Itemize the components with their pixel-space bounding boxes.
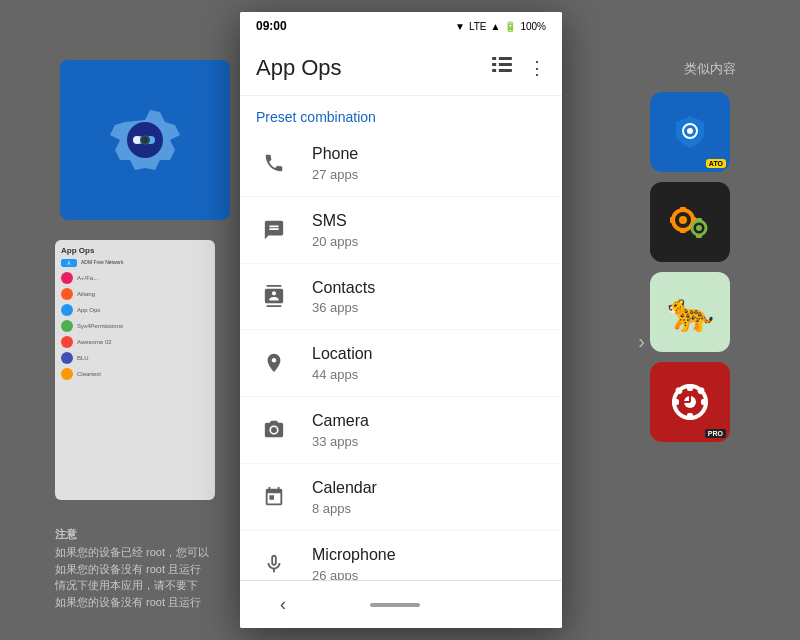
microphone-sub: 26 apps — [312, 568, 396, 580]
app-title: App Ops — [256, 55, 342, 81]
app-listing-thumbnail: App Ops A ADM Free Network A+/Fa... Aili… — [55, 240, 215, 500]
contacts-item-text: Contacts 36 apps — [312, 278, 375, 316]
camera-icon — [256, 412, 292, 448]
gears-icon — [665, 202, 715, 242]
pro-badge: PRO — [705, 429, 726, 438]
svg-rect-27 — [492, 57, 512, 60]
svg-rect-20 — [687, 413, 693, 420]
sidebar-card-leopard[interactable]: 🐆 — [650, 272, 730, 352]
microphone-title: Microphone — [312, 545, 396, 566]
sms-title: SMS — [312, 211, 358, 232]
status-time: 09:00 — [256, 19, 287, 33]
microphone-item-text: Microphone 26 apps — [312, 545, 396, 580]
lte-icon: LTE — [469, 21, 487, 32]
bottom-nav: ‹ — [240, 580, 562, 628]
location-item-text: Location 44 apps — [312, 344, 373, 382]
phone-sub: 27 apps — [312, 167, 358, 182]
contacts-sub: 36 apps — [312, 300, 375, 315]
phone-screen: 09:00 ▼ LTE ▲ 🔋 100% App Ops ⋮ — [240, 12, 562, 628]
sms-sub: 20 apps — [312, 234, 358, 249]
phone-item-text: Phone 27 apps — [312, 144, 358, 182]
right-sidebar: 类似内容 ATO 🐆 — [650, 60, 770, 442]
location-title: Location — [312, 344, 373, 365]
signal-icon: ▲ — [491, 21, 501, 32]
home-bar[interactable] — [370, 603, 420, 607]
microphone-icon — [256, 546, 292, 580]
svg-rect-15 — [696, 218, 702, 222]
phone-title: Phone — [312, 144, 358, 165]
sidebar-card-shield[interactable]: ATO — [650, 92, 730, 172]
svg-point-14 — [696, 225, 702, 231]
sms-item-text: SMS 20 apps — [312, 211, 358, 249]
svg-rect-21 — [672, 399, 679, 405]
app-icon-bg — [60, 60, 230, 220]
list-item-microphone[interactable]: Microphone 26 apps — [240, 531, 562, 580]
calendar-title: Calendar — [312, 478, 377, 499]
gear-icon-large — [95, 90, 195, 190]
list-item-location[interactable]: Location 44 apps — [240, 330, 562, 397]
thumb-title: App Ops — [61, 246, 209, 255]
svg-rect-10 — [680, 228, 686, 233]
svg-rect-32 — [496, 69, 499, 72]
list-item-camera[interactable]: Camera 33 apps — [240, 397, 562, 464]
shield-icon — [670, 112, 710, 152]
location-sub: 44 apps — [312, 367, 373, 382]
location-icon — [256, 345, 292, 381]
status-bar: 09:00 ▼ LTE ▲ 🔋 100% — [240, 12, 562, 40]
app-header: App Ops ⋮ — [240, 40, 562, 96]
sidebar-card-gears[interactable] — [650, 182, 730, 262]
camera-item-text: Camera 33 apps — [312, 411, 369, 449]
svg-rect-16 — [696, 234, 702, 238]
svg-rect-30 — [496, 57, 499, 60]
list-item-contacts[interactable]: Contacts 36 apps — [240, 264, 562, 331]
battery-icon: 🔋 — [504, 21, 516, 32]
svg-rect-29 — [492, 69, 512, 72]
sms-icon — [256, 212, 292, 248]
more-menu-icon[interactable]: ⋮ — [528, 57, 546, 79]
app-ops-list[interactable]: Phone 27 apps SMS 20 apps Contacts 36 ap… — [240, 130, 562, 580]
list-view-icon[interactable] — [492, 57, 512, 78]
camera-title: Camera — [312, 411, 369, 432]
svg-rect-22 — [701, 399, 708, 405]
contacts-title: Contacts — [312, 278, 375, 299]
similar-content-label: 类似内容 — [650, 60, 770, 78]
status-icons: ▼ LTE ▲ 🔋 100% — [455, 21, 546, 32]
ato-badge: ATO — [706, 159, 726, 168]
back-button[interactable]: ‹ — [280, 594, 286, 615]
list-item-phone[interactable]: Phone 27 apps — [240, 130, 562, 197]
svg-rect-9 — [680, 207, 686, 212]
preset-section: Preset combination — [240, 96, 562, 130]
phone-icon — [256, 145, 292, 181]
svg-rect-28 — [492, 63, 512, 66]
svg-rect-31 — [496, 63, 499, 66]
pro-gear-icon — [668, 380, 712, 424]
contacts-icon — [256, 278, 292, 314]
list-item-sms[interactable]: SMS 20 apps — [240, 197, 562, 264]
calendar-sub: 8 apps — [312, 501, 377, 516]
preset-label[interactable]: Preset combination — [256, 109, 376, 125]
calendar-item-text: Calendar 8 apps — [312, 478, 377, 516]
svg-point-4 — [142, 137, 148, 143]
svg-rect-11 — [670, 217, 675, 223]
wifi-icon: ▼ — [455, 21, 465, 32]
list-item-calendar[interactable]: Calendar 8 apps — [240, 464, 562, 531]
header-icons: ⋮ — [492, 57, 546, 79]
chevron-right-icon: › — [638, 330, 645, 353]
svg-point-6 — [687, 128, 693, 134]
leopard-emoji: 🐆 — [667, 290, 714, 334]
svg-rect-19 — [687, 384, 693, 391]
svg-point-8 — [679, 216, 687, 224]
battery-percent: 100% — [520, 21, 546, 32]
sidebar-card-pro[interactable]: PRO — [650, 362, 730, 442]
camera-sub: 33 apps — [312, 434, 369, 449]
calendar-icon — [256, 479, 292, 515]
svg-rect-2 — [133, 136, 141, 144]
